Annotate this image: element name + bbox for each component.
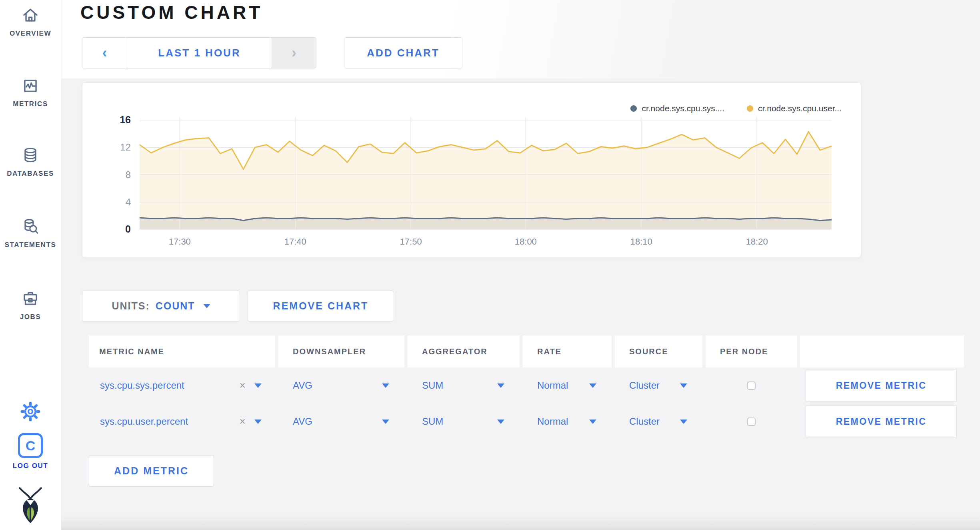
source-value: Cluster [629, 380, 660, 391]
time-range-selector: ‹ LAST 1 HOUR › [82, 37, 316, 68]
legend-label: cr.node.sys.cpu.user... [758, 104, 842, 113]
chevron-right-icon: › [292, 46, 296, 60]
downsampler-value: AVG [293, 416, 312, 427]
cockroach-logo [0, 485, 61, 525]
chart-legend: cr.node.sys.cpu.sys.... cr.node.sys.cpu.… [630, 104, 842, 113]
per-node-checkbox[interactable] [747, 418, 756, 426]
chevron-down-icon [203, 304, 210, 308]
remove-metric-button[interactable]: REMOVE METRIC [806, 405, 957, 438]
chevron-down-icon[interactable] [254, 383, 262, 388]
time-range-prev-button[interactable]: ‹ [82, 38, 127, 68]
cockroach-c-icon: C [18, 433, 43, 458]
col-header-rate: RATE [523, 335, 612, 367]
svg-text:17:30: 17:30 [169, 237, 191, 247]
logout-button[interactable]: C LOG OUT [0, 433, 61, 470]
metric-name-value: sys.cpu.user.percent [100, 416, 188, 427]
chevron-down-icon [680, 420, 687, 424]
col-header-downsampler: DOWNSAMPLER [278, 335, 404, 367]
remove-chart-button[interactable]: REMOVE CHART [248, 291, 394, 321]
table-row: sys.cpu.sys.percent × AVG SUM Normal Clu… [89, 367, 965, 404]
time-range-next-button[interactable]: › [272, 38, 316, 68]
sidebar-item-overview[interactable]: OVERVIEW [0, 5, 61, 38]
clear-icon[interactable]: × [239, 416, 246, 428]
metric-name-value: sys.cpu.sys.percent [100, 380, 184, 391]
svg-text:18:00: 18:00 [515, 237, 537, 247]
units-dropdown[interactable]: UNITS: COUNT [82, 291, 240, 321]
source-value: Cluster [629, 416, 660, 427]
downsampler-value: AVG [293, 380, 312, 391]
statements-icon [0, 216, 61, 237]
metric-name-dropdown[interactable]: sys.cpu.sys.percent × [89, 367, 275, 404]
downsampler-dropdown[interactable]: AVG [278, 404, 404, 440]
source-dropdown[interactable]: Cluster [615, 404, 702, 440]
chevron-down-icon[interactable] [254, 420, 262, 424]
aggregator-value: SUM [422, 416, 443, 427]
gear-icon [0, 401, 61, 422]
add-chart-button[interactable]: ADD CHART [344, 37, 462, 68]
svg-text:17:50: 17:50 [400, 237, 422, 247]
col-header-aggregator: AGGREGATOR [408, 335, 520, 367]
sidebar-item-label: STATEMENTS [0, 241, 61, 249]
rate-dropdown[interactable]: Normal [523, 367, 612, 404]
chevron-down-icon [382, 420, 389, 424]
sidebar-item-databases[interactable]: DATABASES [0, 145, 61, 178]
settings-button[interactable] [0, 401, 61, 422]
legend-dot-sys [630, 105, 637, 112]
per-node-checkbox[interactable] [747, 381, 756, 390]
chevron-down-icon [589, 420, 596, 424]
svg-text:18:10: 18:10 [630, 237, 652, 247]
svg-text:4: 4 [126, 197, 131, 207]
sidebar: OVERVIEW METRICS DATABASES STATEMENTS [0, 0, 61, 530]
sidebar-item-statements[interactable]: STATEMENTS [0, 216, 61, 249]
database-icon [0, 145, 61, 166]
legend-dot-user [747, 105, 753, 112]
legend-entry-user[interactable]: cr.node.sys.cpu.user... [747, 104, 842, 113]
svg-text:12: 12 [120, 142, 131, 153]
downsampler-dropdown[interactable]: AVG [278, 367, 404, 404]
sidebar-item-metrics[interactable]: METRICS [0, 75, 61, 108]
chevron-left-icon: ‹ [102, 46, 107, 60]
chevron-down-icon [497, 383, 504, 388]
col-header-per-node: PER NODE [706, 335, 797, 367]
per-node-cell [706, 367, 797, 404]
rate-value: Normal [537, 380, 568, 391]
chevron-down-icon [497, 420, 504, 424]
col-header-source: SOURCE [615, 335, 702, 367]
chevron-down-icon [589, 383, 596, 388]
jobs-icon [0, 288, 61, 309]
sidebar-item-label: OVERVIEW [0, 30, 61, 38]
rate-dropdown[interactable]: Normal [523, 404, 612, 440]
col-header-metric-name: METRIC NAME [89, 335, 275, 367]
chevron-down-icon [680, 383, 687, 388]
svg-text:17:40: 17:40 [284, 237, 306, 247]
units-value: COUNT [156, 300, 195, 312]
cockroach-bug-icon [0, 485, 61, 525]
svg-text:16: 16 [120, 114, 131, 125]
metrics-icon [0, 75, 61, 96]
sidebar-item-jobs[interactable]: JOBS [0, 288, 61, 321]
table-header-row: METRIC NAME DOWNSAMPLER AGGREGATOR RATE … [89, 335, 965, 367]
remove-metric-button[interactable]: REMOVE METRIC [806, 369, 957, 402]
per-node-cell [706, 404, 797, 440]
metric-name-dropdown[interactable]: sys.cpu.user.percent × [89, 404, 275, 440]
legend-label: cr.node.sys.cpu.sys.... [642, 104, 724, 113]
aggregator-dropdown[interactable]: SUM [408, 367, 520, 404]
legend-entry-sys[interactable]: cr.node.sys.cpu.sys.... [630, 104, 724, 113]
svg-text:8: 8 [126, 169, 131, 180]
svg-text:0: 0 [125, 223, 131, 235]
chevron-down-icon [382, 383, 389, 388]
rate-value: Normal [537, 416, 568, 427]
sidebar-item-label: METRICS [0, 100, 61, 108]
units-label: UNITS: [112, 300, 150, 312]
time-range-button[interactable]: LAST 1 HOUR [127, 38, 272, 68]
actions-cell: REMOVE METRIC [800, 404, 964, 440]
source-dropdown[interactable]: Cluster [615, 367, 702, 404]
add-metric-button[interactable]: ADD METRIC [89, 455, 214, 487]
home-icon [0, 5, 61, 26]
actions-cell: REMOVE METRIC [800, 367, 964, 404]
page-title: CUSTOM CHART [80, 2, 263, 23]
table-row: sys.cpu.user.percent × AVG SUM Normal Cl… [89, 404, 965, 440]
aggregator-dropdown[interactable]: SUM [408, 404, 520, 440]
clear-icon[interactable]: × [239, 379, 246, 392]
svg-text:18:20: 18:20 [746, 237, 768, 247]
